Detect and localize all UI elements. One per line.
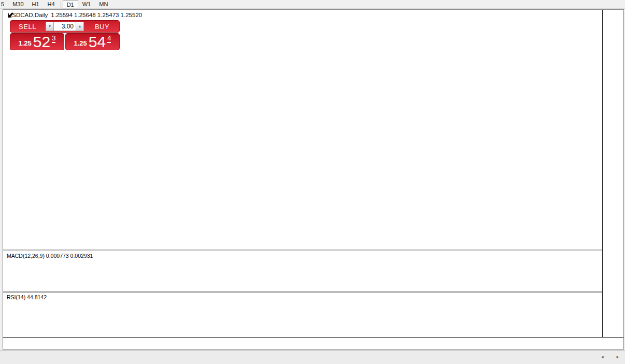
buy-price-pip: 4 [107, 35, 111, 43]
macd-indicator-label: MACD(12,26,9) 0.000773 0.002931 [7, 253, 93, 259]
chart-tab-bar: ◄ ► [0, 351, 625, 363]
volume-input[interactable]: 3.00 [54, 22, 76, 31]
chart-quote-ohlc: 1.25594 1.25648 1.25473 1.25520 [51, 12, 142, 18]
volume-increase-button[interactable]: ▲ [76, 22, 84, 31]
buy-button[interactable]: BUY [85, 21, 119, 32]
timeframe-button-m30[interactable]: M30 [8, 1, 27, 8]
volume-decrease-button[interactable]: ▼ [46, 22, 54, 31]
sell-price-box[interactable]: 1.25 52 3 [10, 33, 64, 50]
trade-panel-price-row: 1.25 52 3 1.25 54 4 [10, 33, 120, 50]
volume-spinner: ▼ 3.00 ▲ [45, 21, 85, 32]
toolbar-separator [61, 1, 61, 8]
date-axis[interactable] [3, 337, 623, 348]
tab-nav: ◄ ► [600, 355, 620, 359]
chart-window: USDCAD,Daily 1.25594 1.25648 1.25473 1.2… [3, 9, 624, 350]
rsi-indicator-label: RSI(14) 44.8142 [7, 294, 47, 300]
buy-price-box[interactable]: 1.25 54 4 [65, 33, 120, 50]
timeframe-button-w1[interactable]: W1 [78, 1, 95, 8]
trade-panel-top-row: SELL ▼ 3.00 ▲ BUY [10, 20, 120, 33]
sell-price-pip: 3 [52, 35, 55, 43]
tab-scroll-left-icon[interactable]: ◄ [600, 355, 604, 359]
timeframe-button-mn[interactable]: MN [95, 1, 112, 8]
timeframe-button-h4[interactable]: H4 [44, 1, 59, 8]
timeframe-button-5[interactable]: 5 [0, 1, 8, 8]
chart-title: USDCAD,Daily 1.25594 1.25648 1.25473 1.2… [8, 12, 142, 18]
buy-price-big: 54 [89, 35, 106, 49]
tab-scroll-right-icon[interactable]: ► [616, 355, 620, 359]
chart-arrow-icon [8, 12, 14, 18]
sell-price-big: 52 [33, 35, 50, 49]
rsi-pane-canvas[interactable] [3, 293, 602, 337]
timeframe-button-d1[interactable]: D1 [63, 1, 78, 8]
timeframe-button-h1[interactable]: H1 [28, 1, 44, 8]
one-click-trade-panel: SELL ▼ 3.00 ▲ BUY 1.25 52 3 1.25 54 4 [10, 20, 120, 50]
pane-separator[interactable] [3, 250, 623, 251]
sell-price-main: 1.25 [19, 39, 32, 47]
macd-pane-canvas[interactable] [3, 251, 602, 291]
price-axis[interactable] [602, 10, 623, 337]
pane-separator[interactable] [3, 291, 623, 293]
timeframe-toolbar: 5M30H1H4D1W1MN [0, 0, 625, 9]
buy-price-main: 1.25 [74, 39, 87, 47]
mt4-terminal: 5M30H1H4D1W1MN USDCAD,Daily 1.25594 1.25… [0, 0, 625, 364]
sell-button[interactable]: SELL [10, 21, 45, 32]
